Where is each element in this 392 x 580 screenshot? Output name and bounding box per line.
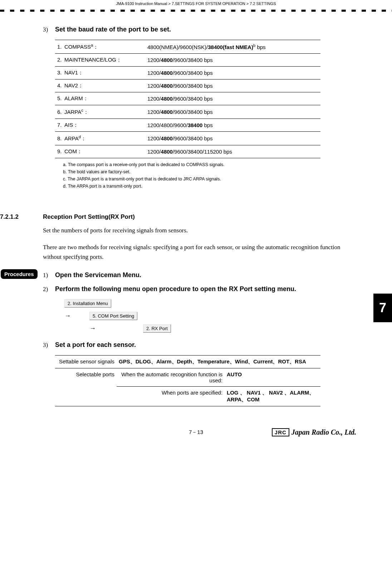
- sensor-table: Settable sensor signals GPS、DLOG、Alarm、D…: [55, 355, 320, 406]
- cell-value: LOG 、 NAV1 、 NAV2 、ALARM、ARPA、COM: [225, 386, 320, 406]
- cell-label: 4.NAV2：: [55, 79, 145, 92]
- cell-label: Selectable ports: [55, 368, 117, 406]
- cell-label: 5.ALARM：: [55, 92, 145, 105]
- cell-value: 1200/4800/9600/38400 bps: [145, 54, 320, 67]
- cell-value: 1200/4800/9600/38400/115200 bps: [145, 145, 320, 158]
- page-number: 7－13: [189, 429, 203, 436]
- table-row: 7.AIS：1200/4800/9600/38400 bps: [55, 119, 320, 132]
- section-number: 7.2.1.2: [0, 213, 43, 221]
- cell-sub-label: When the automatic recognition function …: [117, 368, 225, 386]
- note-c: c. The JARPA port is a transmit-only por…: [63, 175, 350, 183]
- step-title: Perform the following menu open procedur…: [55, 285, 296, 293]
- step-number: 3): [43, 342, 55, 349]
- table-row: Selectable ports When the automatic reco…: [55, 368, 320, 386]
- step-number: 2): [43, 286, 55, 293]
- table-notes: a. The compass port is a receive-only po…: [63, 161, 350, 190]
- table-row: 4.NAV2：1200/4800/9600/38400 bps: [55, 79, 320, 92]
- note-a: a. The compass port is a receive-only po…: [63, 161, 350, 168]
- table-row: 6.JARPAc：1200/4800/9600/38400 bps: [55, 105, 320, 119]
- step-number: 3): [43, 26, 55, 33]
- cell-label: 7.AIS：: [55, 119, 145, 132]
- cell-label: 2.MAINTENANCE/LOG：: [55, 54, 145, 67]
- baud-rate-table: 1.COMPASSa：4800(NMEA)/9600(NSK)/38400(fa…: [55, 40, 320, 158]
- cell-value: 1200/4800/9600/38400 bps: [145, 79, 320, 92]
- section-title: Reception Port Setting(RX Port): [43, 213, 135, 221]
- arrow-icon: →: [64, 325, 143, 332]
- arrow-icon: →: [64, 312, 89, 320]
- menu-path: 2. Installation Menu → 5. COM Port Setti…: [64, 299, 350, 333]
- table-row: 9.COM：1200/4800/9600/38400/115200 bps: [55, 145, 320, 158]
- table-row: 3.NAV1：1200/4800/9600/38400 bps: [55, 67, 320, 79]
- table-row: Settable sensor signals GPS、DLOG、Alarm、D…: [55, 355, 320, 368]
- menu-box-3: 2. RX Port: [143, 324, 171, 333]
- step-title: Set the baud rate of the port to be set.: [55, 26, 171, 33]
- cell-label: 3.NAV1：: [55, 67, 145, 79]
- cell-value: GPS、DLOG、Alarm、Depth、Temperature、Wind、Cu…: [117, 355, 320, 368]
- step-number: 1): [43, 272, 55, 279]
- header-divider: ▬ ▬ ▬ ▬ ▬ ▬ ▬ ▬ ▬ ▬ ▬ ▬ ▬ ▬ ▬ ▬ ▬ ▬ ▬ ▬ …: [0, 8, 392, 13]
- brand-logo: JRC Japan Radio Co., Ltd.: [272, 428, 356, 436]
- cell-value: AUTO: [225, 368, 320, 386]
- cell-value: 1200/4800/9600/38400 bps: [145, 67, 320, 79]
- cell-value: 1200/4800/9600/38400 bps: [145, 92, 320, 105]
- cell-label: 1.COMPASSa：: [55, 40, 145, 54]
- breadcrumb: JMA-9100 Instruction Manual > 7.SETTINGS…: [0, 0, 392, 6]
- cell-label: 6.JARPAc：: [55, 105, 145, 119]
- menu-box-1: 2. Installation Menu: [64, 299, 111, 308]
- cell-value: 1200/4800/9600/38400 bps: [145, 119, 320, 132]
- cell-sub-label: When ports are specified:: [117, 386, 225, 406]
- menu-box-2: 5. COM Port Setting: [89, 312, 137, 320]
- section-body-2: There are two methods for receiving sign…: [43, 242, 350, 262]
- cell-value: 4800(NMEA)/9600(NSK)/38400(fast NMEA)b b…: [145, 40, 320, 54]
- cell-value: 1200/4800/9600/38400 bps: [145, 132, 320, 145]
- cell-label: Settable sensor signals: [55, 355, 117, 368]
- procedures-badge: Procedures: [1, 269, 38, 279]
- cell-label: 9.COM：: [55, 145, 145, 158]
- chapter-tab: 7: [373, 294, 392, 322]
- table-row: 8.ARPAd：1200/4800/9600/38400 bps: [55, 132, 320, 145]
- step-title: Set a port for each sensor.: [55, 341, 136, 349]
- step-title: Open the Serviceman Menu.: [55, 271, 141, 279]
- table-row: 2.MAINTENANCE/LOG：1200/4800/9600/38400 b…: [55, 54, 320, 67]
- jrc-badge: JRC: [272, 428, 289, 436]
- note-b: b. The bold values are factory-set.: [63, 168, 350, 175]
- table-row: 1.COMPASSa：4800(NMEA)/9600(NSK)/38400(fa…: [55, 40, 320, 54]
- cell-label: 8.ARPAd：: [55, 132, 145, 145]
- section-body-1: Set the numbers of ports for receiving s…: [43, 226, 350, 235]
- brand-name: Japan Radio Co., Ltd.: [291, 428, 356, 436]
- note-d: d. The ARPA port is a transmit-only port…: [63, 183, 350, 190]
- cell-value: 1200/4800/9600/38400 bps: [145, 105, 320, 119]
- table-row: 5.ALARM：1200/4800/9600/38400 bps: [55, 92, 320, 105]
